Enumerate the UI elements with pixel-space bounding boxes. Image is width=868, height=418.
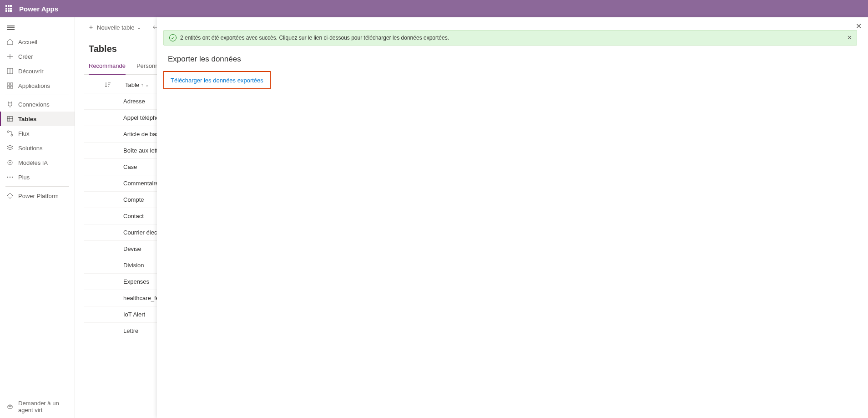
svg-point-15	[7, 177, 8, 178]
plus-icon	[6, 53, 14, 60]
sidebar-footer-label: Demander à un agent virt	[18, 400, 68, 413]
sidebar-item-solutions[interactable]: Solutions	[0, 141, 75, 155]
panel-title: Exporter les données	[168, 55, 857, 64]
svg-point-16	[10, 177, 10, 178]
hamburger-icon[interactable]	[0, 21, 75, 35]
sidebar-item-label: Découvrir	[18, 68, 44, 75]
waffle-icon[interactable]	[5, 5, 13, 12]
sidebar-item-applications[interactable]: Applications	[0, 78, 75, 93]
svg-point-21	[10, 406, 11, 407]
success-message: 2 entités ont été exportées avec succès.…	[180, 35, 449, 41]
power-platform-icon	[6, 192, 14, 199]
book-icon	[6, 67, 14, 75]
sidebar-item-modeles-ia[interactable]: Modèles IA	[0, 155, 75, 170]
table-cell: IoT Alert	[123, 311, 145, 318]
svg-rect-18	[8, 405, 12, 408]
sidebar-item-creer[interactable]: Créer	[0, 49, 75, 64]
svg-rect-6	[7, 86, 10, 88]
svg-rect-8	[7, 117, 13, 121]
nav-divider	[5, 95, 69, 95]
layers-icon	[6, 144, 14, 152]
sidebar-item-label: Tables	[18, 116, 36, 122]
new-table-button[interactable]: ＋ Nouvelle table ⌄	[84, 21, 144, 33]
nav-divider	[5, 186, 69, 187]
bot-icon	[6, 403, 14, 410]
table-cell: Expenses	[123, 278, 149, 285]
sidebar-item-power-platform[interactable]: Power Platform	[0, 189, 75, 203]
sidebar-item-label: Connexions	[18, 101, 50, 108]
sort-icon[interactable]	[104, 81, 111, 88]
grid-icon	[6, 82, 14, 89]
home-icon	[6, 38, 14, 46]
download-highlight-box: Télécharger les données exportées	[163, 71, 271, 89]
svg-point-20	[9, 406, 10, 407]
tab-recommande[interactable]: Recommandé	[89, 62, 126, 75]
table-cell: Compte	[123, 196, 144, 203]
table-cell: Case	[123, 163, 137, 170]
sidebar-item-tables[interactable]: Tables	[0, 112, 75, 126]
chevron-down-icon: ⌄	[137, 25, 141, 30]
sidebar-item-label: Flux	[18, 130, 30, 137]
svg-point-11	[7, 131, 9, 133]
sidebar-item-label: Accueil	[18, 39, 37, 46]
download-link[interactable]: Télécharger les données exportées	[171, 77, 263, 84]
dots-icon	[6, 173, 14, 181]
sidebar-item-connexions[interactable]: Connexions	[0, 97, 75, 112]
column-label: Table	[125, 82, 139, 88]
app-header: Power Apps	[0, 0, 868, 17]
sidebar-item-flux[interactable]: Flux	[0, 126, 75, 141]
flow-icon	[6, 130, 14, 137]
sidebar-item-label: Modèles IA	[18, 159, 48, 166]
plus-icon: ＋	[88, 23, 94, 31]
sidebar-item-label: Créer	[18, 53, 33, 60]
table-icon	[6, 115, 14, 122]
svg-point-17	[12, 177, 13, 178]
sidebar-item-decouvrir[interactable]: Découvrir	[0, 64, 75, 78]
sidebar-item-label: Applications	[18, 82, 50, 89]
table-cell: Commentaires	[123, 180, 162, 187]
toolbar-label: Nouvelle table	[97, 24, 134, 31]
export-panel: ✕ ✓ 2 entités ont été exportées avec suc…	[157, 17, 868, 418]
table-cell: Contact	[123, 213, 144, 219]
svg-rect-4	[7, 83, 10, 85]
check-circle-icon: ✓	[169, 34, 177, 41]
table-cell: Division	[123, 262, 144, 269]
table-cell: Devise	[123, 245, 141, 252]
plug-icon	[6, 101, 14, 108]
success-banner: ✓ 2 entités ont été exportées avec succè…	[163, 30, 857, 46]
close-icon[interactable]: ✕	[856, 22, 862, 31]
table-cell: Adresse	[123, 98, 145, 105]
sidebar-footer-agent[interactable]: Demander à un agent virt	[0, 395, 75, 418]
sort-up-icon: ↑	[141, 82, 143, 87]
svg-point-12	[11, 134, 13, 136]
sidebar-item-label: Solutions	[18, 145, 42, 152]
nav-items: Accueil Créer Découvrir Applications Con…	[0, 35, 75, 395]
sidebar-item-plus[interactable]: Plus	[0, 170, 75, 184]
svg-point-14	[10, 162, 10, 163]
column-header-table[interactable]: Table ↑ ⌄	[125, 82, 149, 88]
sidebar-item-label: Plus	[18, 174, 30, 181]
table-cell: Lettre	[123, 327, 138, 334]
sidebar-item-label: Power Platform	[18, 193, 59, 199]
ai-icon	[6, 159, 14, 166]
banner-close-icon[interactable]: ✕	[847, 34, 852, 41]
svg-rect-5	[10, 83, 13, 85]
sidebar: Accueil Créer Découvrir Applications Con…	[0, 17, 75, 418]
chevron-down-icon: ⌄	[145, 82, 149, 87]
app-title: Power Apps	[19, 5, 58, 13]
sidebar-item-accueil[interactable]: Accueil	[0, 35, 75, 49]
svg-rect-7	[10, 86, 13, 88]
main-content: ＋ Nouvelle table ⌄ Imp Tables Recommandé…	[75, 17, 868, 418]
